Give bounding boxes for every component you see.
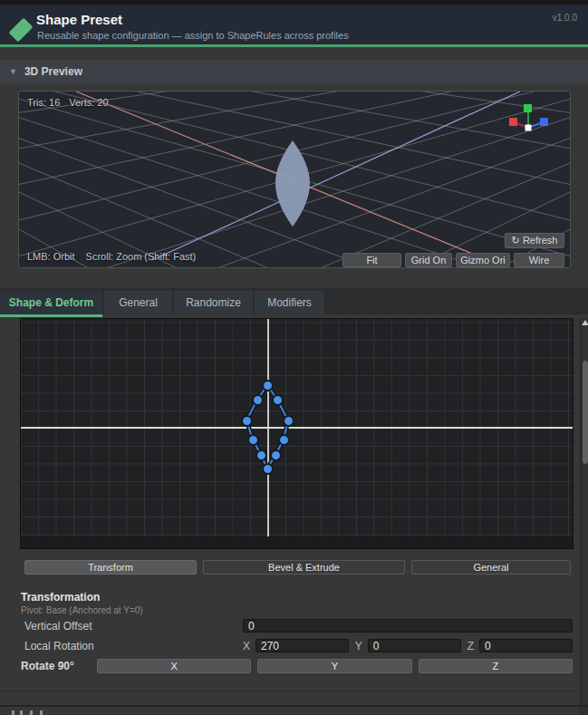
rotate-90-button-z[interactable]: Z bbox=[419, 659, 573, 673]
viewport-toolbar: FitGrid OnGizmo OriWire bbox=[342, 253, 564, 267]
tab-modifiers[interactable]: Modifiers bbox=[255, 291, 324, 314]
orientation-gizmo[interactable] bbox=[499, 97, 557, 144]
tab-shape-deform[interactable]: Shape & Deform bbox=[0, 291, 102, 314]
foldout-triangle-icon: ▼ bbox=[9, 67, 17, 76]
shape-preset-diamond-icon bbox=[9, 18, 34, 43]
refresh-icon: ↻ bbox=[512, 235, 520, 246]
scrollbar-up-arrow-icon[interactable] bbox=[582, 320, 588, 325]
rotate-90-button-x[interactable]: X bbox=[97, 659, 251, 673]
header-accent-line bbox=[0, 44, 588, 47]
verts-count: Verts: 20 bbox=[69, 97, 108, 108]
shape-point-handle-4[interactable] bbox=[270, 449, 282, 461]
page-subtitle: Reusable shape configuration — assign to… bbox=[37, 30, 349, 41]
tab-bar: Shape & DeformGeneralRandomizeModifiers bbox=[0, 288, 588, 314]
shape-point-handle-8[interactable] bbox=[241, 415, 253, 427]
shape-point-handle-6[interactable] bbox=[255, 449, 267, 461]
viewport-button-fit[interactable]: Fit bbox=[342, 253, 401, 267]
hint-zoom: Scroll: Zoom (Shift: Fast) bbox=[86, 251, 197, 262]
mesh-stats: Tris: 16Verts: 20 bbox=[27, 97, 118, 108]
rotation-input-y[interactable] bbox=[368, 639, 461, 652]
rotation-input-z[interactable] bbox=[479, 639, 573, 652]
local-rotation-label: Local Rotation bbox=[24, 640, 94, 652]
scrollbar-thumb[interactable] bbox=[583, 361, 588, 464]
shape-preset-inspector: Shape Preset Reusable shape configuratio… bbox=[0, 0, 588, 715]
viewport-button-grid-on[interactable]: Grid On bbox=[405, 253, 452, 267]
shape-point-handle-2[interactable] bbox=[283, 415, 294, 427]
shape-point-handle-7[interactable] bbox=[247, 434, 259, 446]
clipped-letter-stem bbox=[30, 710, 33, 715]
shape-point-handle-9[interactable] bbox=[252, 394, 264, 406]
clipped-letter-stem bbox=[12, 710, 14, 715]
active-tab-underline bbox=[0, 314, 102, 317]
clipped-letter-stem bbox=[40, 710, 43, 715]
segment-button-general[interactable]: General bbox=[411, 560, 571, 575]
rotate-90-label: Rotate 90° bbox=[21, 660, 74, 672]
sub-section-switcher: TransformBevel & ExtrudeGeneral bbox=[24, 560, 571, 575]
gizmo-center-handle bbox=[525, 125, 532, 131]
clipped-letter-stem bbox=[20, 710, 23, 715]
tris-count: Tris: 16 bbox=[27, 97, 60, 108]
foldout-3d-preview[interactable]: ▼ 3D Preview bbox=[0, 60, 588, 83]
editor-bottom-margin bbox=[21, 536, 573, 548]
shape-2d-editor[interactable] bbox=[20, 318, 574, 549]
foldout-label: 3D Preview bbox=[24, 65, 82, 78]
rotation-axis-label-z: Z bbox=[468, 640, 474, 652]
version-badge: v1.0.0 bbox=[553, 13, 577, 23]
viewport-grid-canvas bbox=[19, 92, 570, 267]
gizmo-x-axis-handle bbox=[509, 118, 517, 126]
segment-button-transform[interactable]: Transform bbox=[24, 560, 197, 575]
local-rotation-fields: XYZ bbox=[243, 639, 573, 652]
vertical-offset-input[interactable] bbox=[243, 619, 573, 633]
tab-general[interactable]: General bbox=[104, 291, 172, 314]
inspector-scrollbar[interactable] bbox=[580, 318, 588, 715]
rotation-input-x[interactable] bbox=[255, 639, 349, 652]
rotate-90-buttons: XYZ bbox=[97, 659, 573, 673]
rotation-axis-label-x: X bbox=[243, 640, 250, 652]
gizmo-y-axis-handle bbox=[524, 104, 532, 112]
segment-button-bevel-extrude[interactable]: Bevel & Extrude bbox=[203, 560, 405, 575]
shape-point-handle-5[interactable] bbox=[262, 463, 274, 475]
header: Shape Preset Reusable shape configuratio… bbox=[0, 5, 588, 44]
viewport-button-wire[interactable]: Wire bbox=[514, 253, 564, 267]
rotation-axis-label-y: Y bbox=[355, 640, 362, 652]
pivot-note: Pivot: Base (Anchored at Y=0) bbox=[21, 605, 143, 615]
viewport-hints: LMB: OrbitScroll: Zoom (Shift: Fast) bbox=[27, 251, 207, 262]
shape-point-handle-3[interactable] bbox=[278, 434, 290, 446]
gizmo-z-axis-handle bbox=[540, 118, 548, 126]
refresh-button[interactable]: ↻ Refresh bbox=[505, 233, 564, 248]
preview-3d-viewport[interactable]: Tris: 16Verts: 20 ↻ Refresh FitGrid OnGi… bbox=[18, 91, 571, 268]
transformation-title: Transformation bbox=[21, 591, 100, 604]
shape-point-handle-1[interactable] bbox=[272, 394, 284, 406]
section-divider bbox=[0, 691, 588, 691]
section-divider bbox=[0, 705, 588, 707]
shape-outline bbox=[21, 319, 573, 548]
rotate-90-button-y[interactable]: Y bbox=[257, 659, 411, 673]
vertical-offset-label: Vertical Offset bbox=[24, 620, 92, 633]
shape-point-handle-0[interactable] bbox=[262, 380, 274, 391]
hint-orbit: LMB: Orbit bbox=[27, 251, 75, 262]
tab-randomize[interactable]: Randomize bbox=[174, 291, 253, 314]
page-title: Shape Preset bbox=[36, 12, 122, 27]
viewport-button-gizmo-ori[interactable]: Gizmo Ori bbox=[456, 253, 510, 267]
